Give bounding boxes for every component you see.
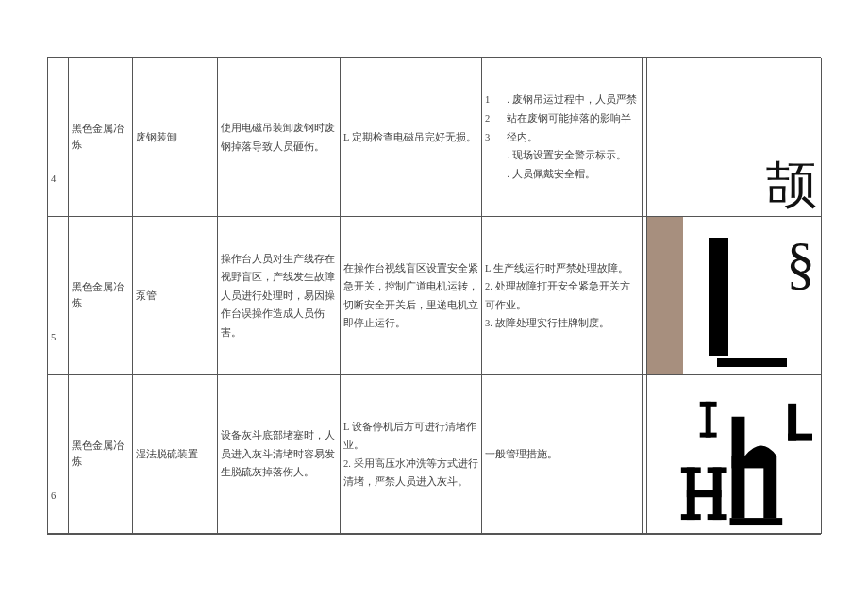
brown-bar-icon <box>647 217 683 374</box>
risk-cell: 操作台人员对生产线存在视野盲区，产线发生故障人员进行处理时，易因操作台误操作造成… <box>218 217 341 375</box>
risk-cell: 设备灰斗底部堵塞时，人员进入灰斗清堵时容易发生脱硫灰掉落伤人。 <box>218 375 341 534</box>
measure-cell: L 定期检查电磁吊完好无损。 <box>341 58 482 217</box>
svg-rect-1 <box>700 402 717 407</box>
svg-rect-13 <box>708 467 727 473</box>
list-num: 1 <box>485 91 490 109</box>
category-cell: 黑色金属冶炼 <box>69 58 133 217</box>
point-cell: 废钢装卸 <box>133 58 218 217</box>
list-num: 2 <box>485 109 490 128</box>
svg-rect-4 <box>788 434 812 441</box>
svg-rect-10 <box>687 490 722 497</box>
glyph-icon: 颉 <box>766 159 817 210</box>
svg-rect-7 <box>763 456 776 518</box>
safety-table: 4 黑色金属冶炼 废钢装卸 使用电磁吊装卸废钢时废钢掉落导致人员砸伤。 L 定期… <box>47 57 821 535</box>
category-cell: 黑色金属冶炼 <box>69 375 133 534</box>
svg-rect-15 <box>730 518 783 525</box>
measure-cell: L 设备停机后方可进行清堵作业。 2. 采用高压水冲洗等方式进行清堵，严禁人员进… <box>341 375 482 534</box>
figure-cell <box>647 375 822 534</box>
risk-cell: 使用电磁吊装卸废钢时废钢掉落导致人员砸伤。 <box>218 58 341 217</box>
list-text: . 废钢吊运过程中，人员严禁站在废钢可能掉落的影响半径内。 <box>507 91 639 147</box>
row-index: 6 <box>48 375 69 534</box>
table-row: 6 黑色金属冶炼 湿法脱硫装置 设备灰斗底部堵塞时，人员进入灰斗清堵时容易发生脱… <box>48 375 822 534</box>
underline-icon <box>717 358 787 367</box>
abstract-glyph-icon <box>647 375 821 533</box>
category-cell: 黑色金属冶炼 <box>69 217 133 375</box>
table-row: 4 黑色金属冶炼 废钢装卸 使用电磁吊装卸废钢时废钢掉落导致人员砸伤。 L 定期… <box>48 58 822 217</box>
list-num: 3 <box>485 128 490 147</box>
svg-rect-2 <box>700 433 717 438</box>
svg-rect-14 <box>708 514 727 520</box>
section-sign-icon: § <box>786 234 815 292</box>
svg-rect-12 <box>681 514 701 520</box>
row-index: 5 <box>48 217 69 375</box>
list-text: . 人员佩戴安全帽。 <box>507 165 639 184</box>
management-cell: 1 2 3 . 废钢吊运过程中，人员严禁站在废钢可能掉落的影响半径内。 . 现场… <box>482 58 643 217</box>
management-cell: 一般管理措施。 <box>482 375 643 534</box>
row-index: 4 <box>48 58 69 217</box>
figure-cell: 颉 <box>647 58 822 217</box>
measure-cell: 在操作台视线盲区设置安全紧急开关，控制广道电机运转，切断安全开关后，里递电机立即… <box>341 217 482 375</box>
list-text: . 现场设置安全警示标示。 <box>507 146 639 165</box>
black-bar-icon <box>709 238 728 356</box>
figure-cell: § <box>647 217 822 375</box>
svg-rect-0 <box>706 402 711 438</box>
svg-rect-11 <box>681 467 701 473</box>
management-cell: L 生产线运行时严禁处理故障。 2. 处理故障打开安全紧急开关方可作业。 3. … <box>482 217 643 375</box>
table-row: 5 黑色金属冶炼 泵管 操作台人员对生产线存在视野盲区，产线发生故障人员进行处理… <box>48 217 822 375</box>
point-cell: 泵管 <box>133 217 218 375</box>
point-cell: 湿法脱硫装置 <box>133 375 218 534</box>
